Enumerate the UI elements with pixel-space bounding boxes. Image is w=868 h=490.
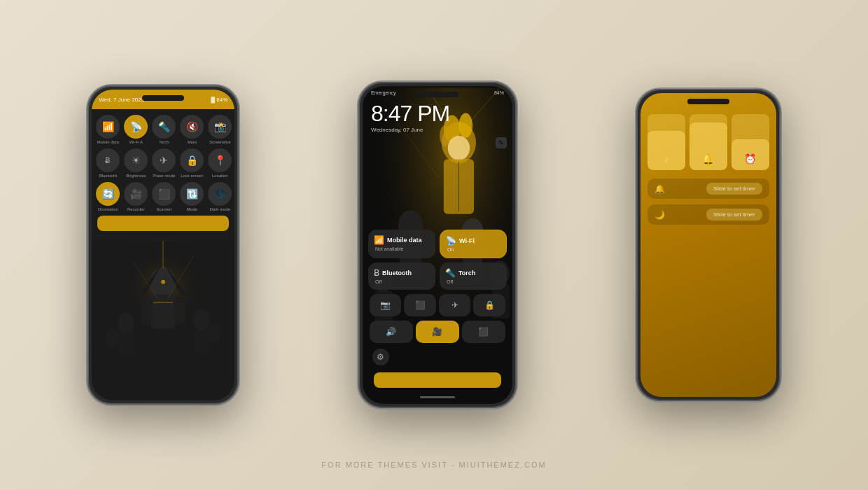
p2-tile-torch[interactable]: 🔦 Torch Off [440, 262, 507, 290]
p1-mute-label: Mute [188, 140, 197, 144]
p1-tile-screenshot[interactable]: 📸 Screenshot [208, 115, 232, 144]
p3-bell-icon: 🔔 [654, 184, 665, 194]
p1-bluetooth-icon: Ƀ [96, 148, 120, 172]
p1-mobile-data-icon: 📶 [96, 115, 120, 139]
p2-torch-icon: 🔦 [445, 268, 456, 278]
svg-point-9 [161, 280, 165, 284]
p3-sliders: ♪ 🔔 ⏰ [648, 114, 769, 170]
p2-settings-icon[interactable]: ⚙ [372, 349, 389, 365]
p1-tile-orientation[interactable]: 🔄 Orientation [96, 182, 120, 211]
p1-tile-darkmode[interactable]: 🌑 Dark mode [208, 182, 232, 211]
p2-mobile-data-name: Mobile data [387, 237, 422, 244]
p2-mini-speaker[interactable]: 🔊 [370, 321, 413, 343]
p2-clock: 8:47 PM [371, 101, 504, 127]
p2-bluetooth-icon: Ƀ [374, 268, 379, 278]
p3-slide-timer-2-label: Slide to set timer [713, 211, 755, 218]
p3-slider-alert[interactable]: 🔔 [690, 114, 727, 170]
p1-orientation-icon: 🔄 [96, 182, 120, 206]
p1-plane-label: Plane mode [153, 174, 175, 178]
p2-home-indicator [420, 396, 455, 398]
p1-darkmode-label: Dark mode [210, 207, 230, 211]
p3-slide-timer-1-label: Slide to set timer [713, 186, 755, 192]
p1-date: Wed, 7 June 2023 [99, 97, 144, 103]
p2-edit-icon[interactable]: ✎ [496, 137, 507, 148]
p1-torch-label: Torch [159, 140, 169, 144]
p3-slide-timer-1[interactable]: Slide to set timer [706, 183, 762, 195]
p2-mobile-data-sub: Not available [374, 246, 430, 251]
p1-tile-mode[interactable]: 🔃 Mode [180, 182, 204, 211]
p1-tile-location[interactable]: 📍 Location [208, 148, 232, 178]
p3-alarm-icon: ⏰ [744, 153, 756, 164]
p1-mute-icon: 🔇 [180, 115, 204, 139]
p2-mini-expand[interactable]: ⬛ [462, 321, 505, 343]
p2-mini-icons-2: 🔊 🎥 ⬛ [368, 321, 507, 343]
p1-mobile-data-label: Mobile data [97, 140, 119, 144]
p1-music-bar[interactable] [97, 216, 229, 231]
p1-grid-row3: 🔄 Orientation 🎥 Recorder ⬛ Scanner 🔃 Mod… [96, 182, 230, 211]
p1-tile-plane[interactable]: ✈ Plane mode [152, 148, 176, 178]
p1-scanner-icon: ⬛ [152, 182, 176, 206]
p1-tile-torch[interactable]: 🔦 Torch [152, 115, 176, 144]
p2-date: Wednesday, 07 June [371, 127, 504, 133]
p1-tile-scanner[interactable]: ⬛ Scanner [152, 182, 176, 211]
p1-grid-row2: Ƀ Bluetooth ☀ Brightness ✈ Plane mode 🔒 … [96, 148, 230, 178]
p2-emergency: Emergency [371, 90, 396, 95]
svg-point-15 [207, 324, 221, 343]
p1-anime-art [92, 239, 234, 379]
main-scene: Wed, 7 June 2023 ▓ 84% 📶 Mobile data 📡 W… [0, 0, 868, 490]
p1-bluetooth-label: Bluetooth [99, 174, 117, 178]
p2-mobile-header: 📶 Mobile data [374, 235, 430, 245]
p3-slider-alarm[interactable]: ⏰ [732, 114, 769, 170]
p1-battery: ▓ 84% [211, 97, 227, 103]
p1-scanner-label: Scanner [156, 207, 172, 211]
p2-wifi-header: 📡 Wi-Fi [446, 236, 500, 246]
svg-rect-3 [151, 294, 176, 328]
p1-tile-brightness[interactable]: ☀ Brightness [124, 148, 148, 178]
p2-wifi-name: Wi-Fi [459, 237, 475, 244]
p2-time-display: 8:47 PM Wednesday, 07 June [363, 98, 512, 136]
p2-tile-mobile-data[interactable]: 📶 Mobile data Not available [368, 230, 435, 258]
p3-timer-row-1: 🔔 Slide to set timer [648, 178, 769, 199]
p2-music-bar[interactable] [374, 372, 501, 388]
phone-1: Wed, 7 June 2023 ▓ 84% 📶 Mobile data 📡 W… [86, 84, 240, 406]
p2-top-row: 📶 Mobile data Not available 📡 Wi-Fi On [368, 230, 507, 258]
p2-mini-camera[interactable]: 📷 [370, 294, 402, 316]
p1-recorder-icon: 🎥 [124, 182, 148, 206]
phone-3: ♪ 🔔 ⏰ 🔔 Slide to set [635, 88, 782, 402]
p1-plane-icon: ✈ [152, 148, 176, 172]
p1-darkmode-icon: 🌑 [208, 182, 232, 206]
p1-mode-icon: 🔃 [180, 182, 204, 206]
p2-bt-header: Ƀ Bluetooth [374, 268, 430, 278]
p1-tile-lock[interactable]: 🔒 Lock screen [180, 148, 204, 178]
p1-tile-mute[interactable]: 🔇 Mute [180, 115, 204, 144]
p2-mobile-data-icon: 📶 [374, 235, 384, 245]
p2-tile-bluetooth[interactable]: Ƀ Bluetooth Off [368, 262, 435, 290]
p3-slider-music[interactable]: ♪ [648, 114, 685, 170]
svg-rect-5 [174, 297, 186, 324]
p2-mini-plane[interactable]: ✈ [439, 294, 471, 316]
p1-grid-row1: 📶 Mobile data 📡 Wi-Fi A 🔦 Torch 🔇 Mute [96, 115, 230, 144]
p1-location-icon: 📍 [208, 148, 232, 172]
p3-music-icon: ♪ [664, 153, 668, 164]
p1-tile-mobile-data[interactable]: 📶 Mobile data [96, 115, 120, 144]
p2-tile-wifi[interactable]: 📡 Wi-Fi On [440, 230, 507, 258]
p1-tile-wifi[interactable]: 📡 Wi-Fi A [124, 115, 148, 144]
p2-wifi-sub: On [446, 247, 500, 252]
p2-mini-icons-1: 📷 ⬛ ✈ 🔒 [368, 294, 507, 316]
p2-bt-sub: Off [374, 279, 430, 284]
p3-timer-row-2: 🌙 Slide to set timer [648, 204, 769, 225]
p3-slide-timer-2[interactable]: Slide to set timer [706, 209, 762, 220]
p1-orientation-label: Orientation [98, 207, 118, 211]
p1-tile-recorder[interactable]: 🎥 Recorder [124, 182, 148, 211]
p1-tile-bluetooth[interactable]: Ƀ Bluetooth [96, 148, 120, 178]
p1-screenshot-icon: 📸 [208, 115, 232, 139]
svg-point-12 [193, 309, 210, 330]
svg-rect-4 [141, 297, 153, 324]
p2-wifi-icon: 📡 [446, 236, 456, 246]
p1-wallpaper [92, 239, 234, 379]
p2-mini-record[interactable]: 🎥 [416, 321, 459, 343]
p2-mini-scan[interactable]: ⬛ [404, 294, 436, 316]
p2-mini-lock[interactable]: 🔒 [473, 294, 505, 316]
p3-moon-icon: 🌙 [654, 210, 665, 220]
p1-wifi-label: Wi-Fi A [130, 140, 143, 144]
